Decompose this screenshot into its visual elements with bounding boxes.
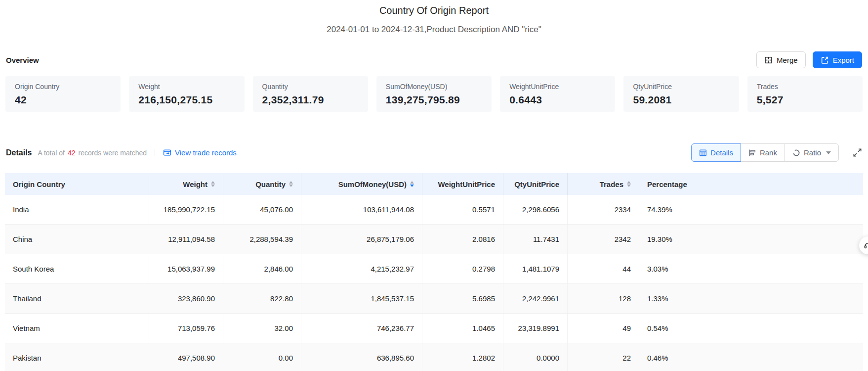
overview-cards: Origin Country42Weight216,150,275.15Quan…	[0, 76, 868, 112]
chevron-down-icon	[826, 151, 831, 154]
table-cell: 22	[568, 343, 639, 371]
stat-card-weightunitprice: WeightUnitPrice0.6443	[500, 76, 615, 112]
table-cell: 26,875,179.06	[301, 225, 422, 254]
table-cell: 2,242.9961	[503, 284, 568, 313]
table-cell: 323,860.90	[149, 284, 223, 313]
tab-details[interactable]: Details	[691, 143, 741, 162]
column-header[interactable]: Quantity	[223, 173, 301, 195]
details-table: Origin CountryWeightQuantitySumOfMoney(U…	[5, 173, 863, 371]
column-header-label: Percentage	[647, 180, 687, 188]
sort-icon[interactable]	[211, 181, 215, 187]
sort-caret-up	[410, 181, 414, 184]
merge-button-label: Merge	[777, 56, 798, 64]
sort-caret-down	[410, 185, 414, 187]
sort-icon[interactable]	[289, 181, 293, 187]
summary-prefix: A total of	[38, 149, 64, 157]
stat-card-value: 42	[15, 94, 111, 106]
table-row: Thailand323,860.90822.801,845,537.155.69…	[5, 284, 863, 314]
sort-icon[interactable]	[627, 181, 631, 187]
table-cell: 2.0816	[422, 225, 503, 254]
column-header: Origin Country	[5, 173, 149, 195]
stat-card-trades: Trades5,527	[747, 76, 863, 112]
ratio-icon	[792, 149, 800, 157]
details-heading: Details	[6, 148, 32, 157]
table-cell: 11.7431	[503, 225, 568, 254]
stat-card-quantity: Quantity2,352,311.79	[253, 76, 368, 112]
table-row: India185,990,722.1545,076.00103,611,944.…	[5, 195, 863, 225]
table-cell: 185,990,722.15	[149, 195, 223, 224]
table-cell: 713,059.76	[149, 314, 223, 343]
sort-icon[interactable]	[410, 181, 414, 187]
table-cell: Vietnam	[5, 314, 149, 343]
table-cell: 2,298.6056	[503, 195, 568, 224]
column-header-label: Trades	[600, 180, 623, 188]
table-cell: 0.54%	[639, 314, 863, 343]
table-cell: 45,076.00	[223, 195, 301, 224]
column-header-label: QtyUnitPrice	[514, 180, 559, 188]
table-cell: 0.2798	[422, 254, 503, 283]
sort-caret-down	[289, 185, 293, 187]
table-cell: China	[5, 225, 149, 254]
table-cell: 128	[568, 284, 639, 313]
vertical-divider	[155, 149, 155, 156]
overview-bar: Overview Merge Export	[0, 51, 868, 68]
table-cell: 497,508.90	[149, 343, 223, 371]
view-trade-records-link[interactable]: View trade records	[163, 148, 237, 157]
tab-ratio-label: Ratio	[804, 148, 821, 157]
stat-card-value: 216,150,275.15	[138, 94, 235, 106]
table-cell: South Korea	[5, 254, 149, 283]
column-header-label: Quantity	[255, 180, 286, 188]
table-cell: 23,319.8991	[503, 314, 568, 343]
table-cell: 822.80	[223, 284, 301, 313]
table-cell: 103,611,944.08	[301, 195, 422, 224]
stat-card-value: 2,352,311.79	[262, 94, 359, 106]
stat-card-value: 59.2081	[633, 94, 729, 106]
table-cell: 12,911,094.58	[149, 225, 223, 254]
table-cell: Pakistan	[5, 343, 149, 371]
merge-button[interactable]: Merge	[756, 51, 806, 68]
stat-card-label: Origin Country	[15, 83, 111, 91]
headset-icon	[864, 241, 868, 250]
tab-ratio[interactable]: Ratio	[785, 143, 839, 162]
overview-heading: Overview	[6, 56, 39, 64]
stat-card-label: SumOfMoney(USD)	[386, 83, 482, 91]
records-summary: A total of 42 records were matched	[38, 149, 147, 157]
table-header-row: Origin CountryWeightQuantitySumOfMoney(U…	[5, 173, 863, 195]
table-cell: 5.6985	[422, 284, 503, 313]
sort-caret-up	[289, 181, 293, 184]
stat-card-value: 0.6443	[509, 94, 606, 106]
table-row: Vietnam713,059.7632.00746,236.771.046523…	[5, 314, 863, 343]
column-header: QtyUnitPrice	[503, 173, 568, 195]
stat-card-label: Weight	[138, 83, 235, 91]
stat-card-label: QtyUnitPrice	[633, 83, 729, 91]
sort-caret-up	[627, 181, 631, 184]
tab-rank[interactable]: Rank	[741, 143, 785, 162]
view-trade-records-label: View trade records	[175, 148, 237, 157]
table-cell: 32.00	[223, 314, 301, 343]
export-button[interactable]: Export	[813, 51, 862, 68]
stat-card-weight: Weight216,150,275.15	[129, 76, 244, 112]
stat-card-value: 5,527	[757, 94, 853, 106]
table-cell: 1.0465	[422, 314, 503, 343]
column-header[interactable]: Trades	[568, 173, 639, 195]
table-row: China12,911,094.582,288,594.3926,875,179…	[5, 225, 863, 254]
table-cell: 0.00	[223, 343, 301, 371]
stat-card-label: WeightUnitPrice	[509, 83, 606, 91]
overview-actions: Merge Export	[756, 51, 862, 68]
column-header-label: Origin Country	[13, 180, 65, 188]
sort-caret-down	[211, 185, 215, 187]
stat-card-value: 139,275,795.89	[386, 94, 482, 106]
tab-rank-label: Rank	[760, 148, 777, 157]
table-cell: 0.0000	[503, 343, 568, 371]
column-header[interactable]: Weight	[149, 173, 223, 195]
column-header-label: Weight	[183, 180, 207, 188]
fullscreen-icon[interactable]	[853, 148, 862, 157]
sort-caret-up	[211, 181, 215, 184]
details-bar: Details A total of 42 records were match…	[0, 143, 868, 162]
table-cell: 1,481.1079	[503, 254, 568, 283]
details-right: Details Rank Ratio	[691, 143, 862, 162]
column-header[interactable]: SumOfMoney(USD)	[301, 173, 422, 195]
stat-card-origin-country: Origin Country42	[5, 76, 121, 112]
table-cell: 0.5571	[422, 195, 503, 224]
table-cell: Thailand	[5, 284, 149, 313]
